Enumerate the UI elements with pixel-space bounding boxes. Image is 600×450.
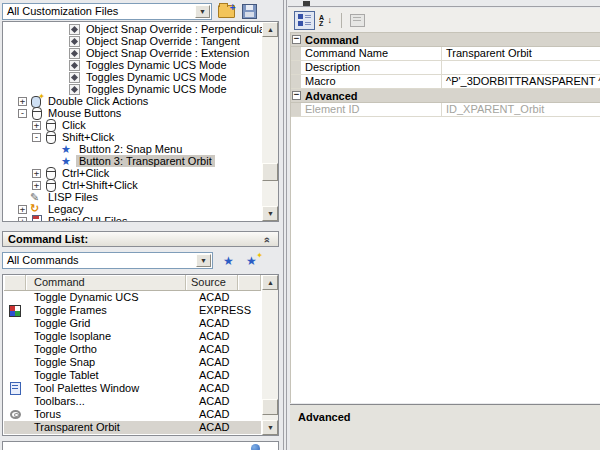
save-icon <box>242 4 257 19</box>
command-row[interactable]: Tool Palettes Window ACAD <box>4 382 261 395</box>
column-header-icon[interactable] <box>4 275 26 290</box>
torus-icon <box>10 410 21 419</box>
bottom-search-field[interactable] <box>2 441 279 450</box>
property-category-row[interactable]: Command <box>291 33 600 47</box>
command-table-body: Toggle Dynamic UCS ACAD Toggle Frames EX… <box>4 291 261 436</box>
tree-item[interactable]: Toggles Dynamic UCS Mode <box>4 59 260 71</box>
collapse-section-icon[interactable] <box>261 233 273 245</box>
property-row[interactable]: Macro ^P'_3DORBITTRANSPARENT ^P <box>291 75 600 89</box>
command-icon <box>68 59 81 71</box>
mouse-icon <box>44 131 57 143</box>
customization-tree: Object Snap Override : Perpendicular Obj… <box>4 23 260 222</box>
tree-item[interactable]: + Double Click Actions <box>4 95 260 107</box>
panel-splitter[interactable] <box>283 0 284 450</box>
toolbar-separator <box>341 13 342 28</box>
tree-item[interactable]: - Mouse Buttons <box>4 107 260 119</box>
command-row[interactable]: Toggle Ortho ACAD <box>4 343 261 356</box>
customization-file-value: All Customization Files <box>7 5 118 18</box>
star-icon <box>61 155 74 167</box>
tree-item[interactable]: Button 3: Transparent Orbit <box>4 155 260 167</box>
scroll-up-icon[interactable] <box>262 275 278 290</box>
tree-expand-toggle-icon[interactable]: + <box>32 121 41 130</box>
save-customization-button[interactable] <box>239 2 259 20</box>
tree-item[interactable]: + Ctrl+Shift+Click <box>4 179 260 191</box>
tree-expand-toggle-icon[interactable]: - <box>18 109 27 118</box>
command-list-scrollbar[interactable] <box>262 275 278 435</box>
property-row[interactable]: Description <box>291 61 600 75</box>
tree-expand-toggle-icon[interactable]: + <box>32 181 41 190</box>
find-command-button[interactable] <box>243 252 263 270</box>
command-row[interactable]: Transparent Orbit ACAD <box>4 421 261 434</box>
categorized-icon <box>298 14 311 26</box>
property-value[interactable]: Transparent Orbit <box>442 47 600 60</box>
category-collapse-icon[interactable] <box>292 35 301 44</box>
tree-item[interactable]: + Partial CUI Files <box>4 215 260 222</box>
command-list-panel: Command Source Toggle Dynamic UCS ACAD T… <box>2 274 279 436</box>
tree-item[interactable]: LISP Files <box>4 191 260 203</box>
alphabetical-sort-button[interactable]: AZ <box>315 11 336 30</box>
tree-expand-toggle-icon[interactable]: - <box>32 133 41 142</box>
property-row[interactable]: Element ID ID_XPARENT_Orbit <box>291 103 600 117</box>
legacy-icon <box>30 203 43 215</box>
panel-splitter[interactable] <box>286 0 287 450</box>
tree-item[interactable]: + Legacy <box>4 203 260 215</box>
scroll-down-icon[interactable] <box>262 206 278 221</box>
command-row[interactable]: Torus ACAD <box>4 408 261 421</box>
command-row[interactable]: Toggle Frames EXPRESS <box>4 304 261 317</box>
property-row[interactable]: Command Name Transparent Orbit <box>291 47 600 61</box>
property-category-row[interactable]: Advanced <box>291 89 600 103</box>
tree-expand-toggle-icon[interactable]: + <box>32 169 41 178</box>
combo-dropdown-icon[interactable] <box>196 254 211 267</box>
property-value[interactable]: ID_XPARENT_Orbit <box>442 103 600 116</box>
mouse-icon <box>44 167 57 179</box>
property-value[interactable] <box>442 61 600 74</box>
description-title: Advanced <box>298 411 351 423</box>
column-header-source[interactable]: Source <box>186 275 238 290</box>
command-table-header: Command Source <box>4 275 261 291</box>
property-label: Macro <box>301 75 442 88</box>
mouse-icon <box>44 119 57 131</box>
tree-scrollbar[interactable] <box>262 22 278 221</box>
column-header-command[interactable]: Command <box>26 275 186 290</box>
customization-file-combo[interactable]: All Customization Files <box>2 3 212 20</box>
tree-item[interactable]: Object Snap Override : Extension <box>4 47 260 59</box>
command-filter-combo[interactable]: All Commands <box>2 252 213 269</box>
scroll-down-icon[interactable] <box>262 420 278 435</box>
command-list-title: Command List: <box>8 233 88 245</box>
command-row[interactable]: Toggle Dynamic UCS ACAD <box>4 291 261 304</box>
tree-item[interactable]: Object Snap Override : Perpendicular <box>4 23 260 35</box>
load-customization-button[interactable] <box>216 2 236 20</box>
star-icon <box>61 143 74 155</box>
new-command-button[interactable] <box>220 252 240 270</box>
tree-expand-toggle-icon[interactable]: + <box>18 205 27 214</box>
scroll-up-icon[interactable] <box>262 22 278 37</box>
properties-grid: Command Command Name Transparent Orbit D… <box>290 32 600 403</box>
property-pages-icon <box>350 14 365 27</box>
tree-item[interactable]: - Shift+Click <box>4 131 260 143</box>
categorized-view-button[interactable] <box>294 11 315 30</box>
command-scrollbar-thumb[interactable] <box>262 399 278 415</box>
double-click-icon <box>30 95 43 107</box>
combo-dropdown-icon[interactable] <box>195 5 210 18</box>
command-row[interactable]: Toolbars... ACAD <box>4 395 261 408</box>
property-pages-button[interactable] <box>347 11 368 30</box>
mouse-icon <box>44 179 57 191</box>
tree-item[interactable]: Toggles Dynamic UCS Mode <box>4 71 260 83</box>
tree-item[interactable]: + Ctrl+Click <box>4 167 260 179</box>
tree-scrollbar-thumb[interactable] <box>262 163 278 181</box>
tree-item[interactable]: + Click <box>4 119 260 131</box>
command-row[interactable]: Toggle Snap ACAD <box>4 356 261 369</box>
command-row[interactable]: Toggle Tablet ACAD <box>4 369 261 382</box>
property-value[interactable]: ^P'_3DORBITTRANSPARENT ^P <box>442 75 600 88</box>
tree-item[interactable]: Object Snap Override : Tangent <box>4 35 260 47</box>
command-row[interactable]: Transparent Swivel ACAD <box>4 434 261 436</box>
tree-expand-toggle-icon[interactable]: + <box>18 217 27 223</box>
tree-expand-toggle-icon[interactable]: + <box>18 97 27 106</box>
property-label: Description <box>301 61 442 74</box>
search-icon[interactable] <box>251 444 260 450</box>
command-row[interactable]: Toggle Isoplane ACAD <box>4 330 261 343</box>
command-row[interactable]: Toggle Grid ACAD <box>4 317 261 330</box>
mouse-icon <box>30 107 43 119</box>
tree-item[interactable]: Button 2: Snap Menu <box>4 143 260 155</box>
category-collapse-icon[interactable] <box>292 91 301 100</box>
